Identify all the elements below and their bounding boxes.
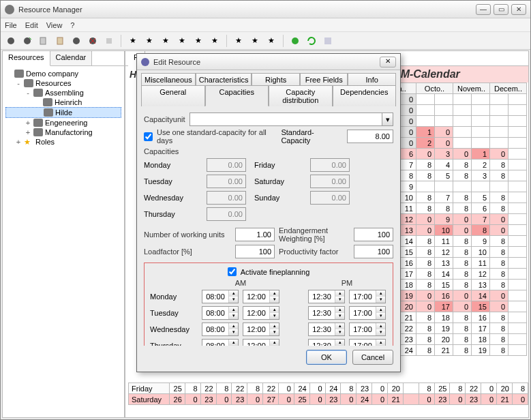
bottom-cell: 22 — [466, 383, 481, 394]
fp-tuesday-pm2[interactable]: 17:00▴▾ — [349, 306, 386, 320]
nwu-input[interactable] — [235, 228, 275, 241]
fp-monday-pm1[interactable]: 12:30▴▾ — [308, 290, 345, 303]
cal-cell: 0 — [490, 214, 509, 225]
tree-node-engeneering[interactable]: +Engeneering — [5, 118, 121, 127]
fp-wednesday-pm1[interactable]: 12:30▴▾ — [308, 322, 345, 336]
toolbar-dup-icon[interactable] — [102, 33, 117, 48]
fp-monday-pm2[interactable]: 17:00▴▾ — [349, 290, 386, 303]
toolbar-star1-icon[interactable]: ★ — [125, 33, 140, 48]
cal-cell: 0 — [435, 127, 453, 138]
use-one-checkbox[interactable] — [144, 132, 153, 141]
activate-fineplan-checkbox[interactable] — [228, 267, 237, 276]
fp-thursday-am1[interactable]: 08:00▴▾ — [202, 339, 239, 346]
tab-rights[interactable]: Rights — [252, 73, 300, 86]
cap-input-wednesday[interactable] — [207, 191, 246, 205]
maximize-button[interactable]: ▭ — [494, 4, 509, 15]
toolbar-star6-icon[interactable]: ★ — [207, 33, 222, 48]
toolbar-gear-icon[interactable] — [3, 33, 18, 48]
tree-node-manufactoring[interactable]: +Manufactoring — [5, 127, 121, 137]
tab-info[interactable]: Info — [348, 73, 396, 86]
toolbar-last-icon[interactable] — [320, 33, 335, 48]
fp-thursday-am2[interactable]: 12:00▴▾ — [243, 339, 279, 346]
tab-calendar[interactable]: Calendar — [50, 51, 93, 65]
toolbar-gear3-icon[interactable] — [288, 33, 303, 48]
fp-wednesday-am1[interactable]: 08:00▴▾ — [202, 322, 239, 336]
cap-label-friday: Friday — [254, 161, 302, 169]
cal-cell: 10 — [472, 247, 490, 258]
standard-cap-input[interactable] — [347, 130, 393, 143]
tab-free-fields[interactable]: Free Fields — [300, 73, 348, 86]
menu-edit[interactable]: Edit — [25, 21, 38, 29]
tab-miscellaneous[interactable]: Miscellaneous — [141, 73, 196, 86]
tree-root[interactable]: Demo company — [5, 69, 121, 78]
cal-cell: 0 — [416, 290, 435, 301]
tree-node-roles[interactable]: +★Roles — [5, 137, 121, 147]
toolbar-star5-icon[interactable]: ★ — [191, 33, 206, 48]
toolbar-paste-icon[interactable] — [52, 33, 67, 48]
minimize-button[interactable]: — — [476, 4, 491, 15]
cal-cell: 20 — [435, 334, 453, 345]
cap-input-thursday[interactable] — [207, 207, 246, 221]
fp-thursday-pm1[interactable]: 12:30▴▾ — [308, 339, 345, 346]
fp-tuesday-am1[interactable]: 08:00▴▾ — [202, 306, 239, 320]
tab-characteristics[interactable]: Characteristics — [196, 73, 252, 86]
fp-tuesday-am2[interactable]: 12:00▴▾ — [243, 306, 279, 320]
am-header: AM — [202, 279, 279, 287]
toolbar-starcopy-icon[interactable]: ★ — [264, 33, 279, 48]
cal-cell: 0 — [490, 225, 509, 236]
toolbar-copy-icon[interactable] — [36, 33, 51, 48]
app-title: Resource Manager — [18, 5, 476, 14]
ok-button[interactable]: OK — [306, 350, 347, 365]
toolbar-delete-icon[interactable] — [85, 33, 100, 48]
cal-cell: 8 — [453, 258, 472, 269]
tab-capacity-distribution[interactable]: Capacity distribution — [269, 85, 333, 106]
fp-thursday-pm2[interactable]: 17:00▴▾ — [349, 339, 386, 346]
tree-node-hilde[interactable]: Hilde — [5, 107, 121, 118]
cal-cell: 8 — [472, 225, 490, 236]
menu-view[interactable]: View — [46, 21, 63, 29]
tree-node-resources[interactable]: -Resources — [5, 78, 121, 88]
cal-cell: 16 — [435, 290, 453, 301]
cap-input-friday[interactable] — [310, 158, 350, 172]
tab-dependencies[interactable]: Dependencies — [333, 85, 397, 106]
lf-input[interactable] — [235, 245, 275, 258]
activate-fineplan-label: Activate fineplanning — [241, 268, 310, 276]
toolbar-refresh-icon[interactable] — [304, 33, 319, 48]
toolbar-stardel-icon[interactable]: ★ — [231, 33, 246, 48]
cal-cell: 15 — [435, 280, 453, 290]
cap-input-monday[interactable] — [207, 158, 246, 172]
menu-file[interactable]: File — [5, 21, 17, 29]
cap-input-tuesday[interactable] — [207, 175, 246, 188]
tree-node-heinrich[interactable]: Heinrich — [5, 97, 121, 107]
bottom-cell: 0 — [372, 383, 388, 394]
fp-monday-am2[interactable]: 12:00▴▾ — [243, 290, 279, 303]
ew-input[interactable] — [354, 228, 393, 241]
capacityunit-combo[interactable]: ▾ — [189, 112, 393, 126]
toolbar-gear2-icon[interactable] — [69, 33, 84, 48]
fp-tuesday-pm1[interactable]: 12:30▴▾ — [308, 306, 345, 320]
toolbar-star3-icon[interactable]: ★ — [158, 33, 173, 48]
tab-capacities[interactable]: Capacities — [205, 85, 269, 106]
cal-cell — [435, 181, 453, 192]
cal-cell: 2 — [416, 138, 435, 149]
close-button[interactable]: ✕ — [511, 4, 526, 15]
cap-input-sunday[interactable] — [310, 191, 350, 205]
tab-general[interactable]: General — [141, 85, 205, 106]
toolbar-star2-icon[interactable]: ★ — [142, 33, 157, 48]
cancel-button[interactable]: Cancel — [352, 350, 393, 365]
pf-input[interactable] — [354, 245, 393, 258]
fp-wednesday-am2[interactable]: 12:00▴▾ — [243, 322, 279, 336]
toolbar-add-icon[interactable] — [20, 33, 35, 48]
menu-help[interactable]: ? — [70, 21, 74, 29]
cal-cell: 8 — [453, 236, 472, 247]
tab-resources[interactable]: Resources — [3, 51, 50, 66]
toolbar-starcfg-icon[interactable]: ★ — [247, 33, 262, 48]
fp-monday-am1[interactable]: 08:00▴▾ — [202, 290, 239, 303]
tree-node-assembling[interactable]: -Assembling — [5, 88, 121, 97]
toolbar-star4-icon[interactable]: ★ — [175, 33, 189, 48]
cap-input-saturday[interactable] — [310, 175, 350, 188]
fp-wednesday-pm2[interactable]: 17:00▴▾ — [349, 322, 386, 336]
resource-tree[interactable]: Demo company -Resources-AssemblingHeinri… — [3, 66, 124, 417]
dialog-close-button[interactable]: ✕ — [380, 57, 396, 68]
cal-cell: 3 — [472, 170, 490, 181]
